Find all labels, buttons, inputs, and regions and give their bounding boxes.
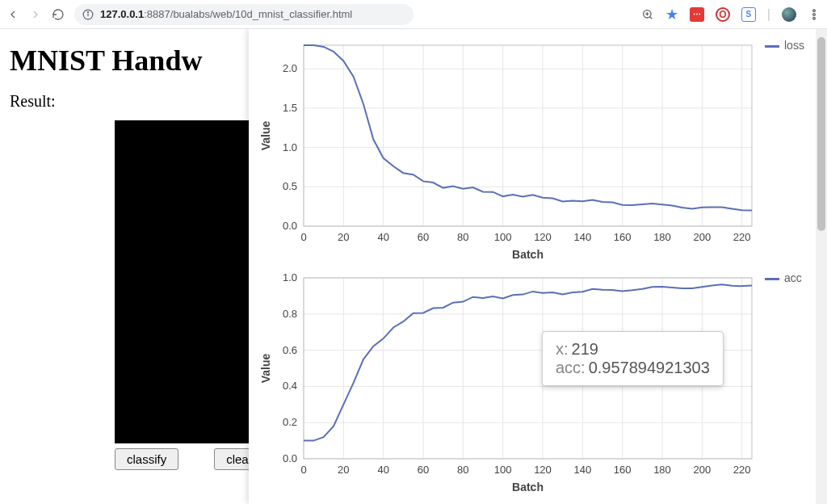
svg-text:0.2: 0.2 bbox=[283, 416, 297, 428]
svg-text:180: 180 bbox=[653, 464, 671, 476]
svg-point-8 bbox=[813, 13, 816, 15]
svg-text:40: 40 bbox=[377, 464, 388, 476]
svg-text:200: 200 bbox=[693, 231, 711, 243]
tooltip-series-value: 0.957894921303 bbox=[589, 359, 710, 376]
loss-chart[interactable]: 0204060801001201401601802002200.00.51.01… bbox=[255, 34, 824, 267]
svg-text:220: 220 bbox=[733, 464, 751, 476]
svg-text:100: 100 bbox=[494, 464, 512, 476]
acc-chart[interactable]: 0204060801001201401601802002200.00.20.40… bbox=[255, 267, 824, 499]
svg-point-9 bbox=[813, 17, 816, 19]
legend-label: acc bbox=[784, 271, 802, 284]
address-bar[interactable]: 127.0.0.1:8887/bualabs/web/10d_mnist_cla… bbox=[74, 4, 414, 25]
svg-text:2.0: 2.0 bbox=[283, 62, 297, 74]
svg-text:1.0: 1.0 bbox=[283, 141, 297, 153]
svg-text:140: 140 bbox=[573, 464, 591, 476]
profile-avatar-icon[interactable] bbox=[782, 7, 796, 22]
forward-icon[interactable] bbox=[29, 8, 42, 21]
svg-text:Batch: Batch bbox=[512, 248, 544, 261]
zoom-icon[interactable] bbox=[641, 8, 654, 21]
tooltip-x-label: x: bbox=[556, 340, 569, 358]
svg-text:160: 160 bbox=[614, 231, 632, 243]
kebab-menu-icon[interactable] bbox=[808, 8, 821, 21]
svg-text:200: 200 bbox=[693, 464, 711, 476]
svg-text:100: 100 bbox=[494, 231, 512, 243]
extension-icon[interactable]: S bbox=[741, 7, 756, 22]
svg-text:180: 180 bbox=[653, 231, 671, 243]
svg-text:20: 20 bbox=[338, 231, 349, 243]
back-icon[interactable] bbox=[6, 8, 19, 21]
svg-text:Value: Value bbox=[259, 354, 272, 384]
svg-text:Value: Value bbox=[259, 121, 272, 151]
url-host: 127.0.0.1 bbox=[100, 8, 144, 20]
svg-text:0.6: 0.6 bbox=[283, 344, 297, 356]
legend-acc: acc bbox=[760, 267, 817, 499]
svg-text:60: 60 bbox=[418, 464, 429, 476]
svg-text:0: 0 bbox=[300, 231, 306, 243]
svg-text:0.5: 0.5 bbox=[283, 180, 297, 192]
legend-label: loss bbox=[784, 39, 804, 52]
svg-text:Batch: Batch bbox=[512, 481, 544, 494]
svg-text:0.8: 0.8 bbox=[283, 308, 297, 320]
browser-toolbar: 127.0.0.1:8887/bualabs/web/10d_mnist_cla… bbox=[0, 0, 827, 29]
classify-button[interactable]: classify bbox=[115, 448, 178, 470]
svg-point-2 bbox=[87, 11, 88, 12]
svg-text:160: 160 bbox=[614, 464, 632, 476]
tooltip-series-label: acc: bbox=[556, 359, 586, 376]
chart-tooltip: x:219 acc:0.957894921303 bbox=[542, 331, 724, 386]
svg-text:80: 80 bbox=[457, 464, 468, 476]
legend-swatch-icon bbox=[765, 45, 779, 48]
svg-rect-44 bbox=[304, 45, 752, 226]
tooltip-x-value: 219 bbox=[572, 340, 598, 358]
svg-text:120: 120 bbox=[534, 464, 552, 476]
svg-text:80: 80 bbox=[457, 231, 468, 243]
bookmark-star-icon[interactable]: ★ bbox=[665, 6, 678, 23]
svg-point-7 bbox=[813, 10, 816, 12]
svg-text:120: 120 bbox=[534, 231, 552, 243]
url-path: /bualabs/web/10d_mnist_classifier.html bbox=[170, 8, 352, 20]
svg-text:40: 40 bbox=[377, 231, 388, 243]
extension-icon[interactable]: ⋯ bbox=[690, 7, 704, 22]
svg-text:1.5: 1.5 bbox=[283, 102, 297, 114]
svg-text:60: 60 bbox=[418, 231, 429, 243]
url-port: :8887 bbox=[144, 8, 170, 20]
extension-icon[interactable]: O bbox=[716, 7, 730, 22]
panel-scrollbar[interactable] bbox=[816, 29, 827, 504]
info-icon[interactable] bbox=[82, 9, 94, 20]
svg-text:0: 0 bbox=[300, 464, 306, 476]
svg-text:1.0: 1.0 bbox=[283, 271, 297, 284]
svg-line-6 bbox=[650, 16, 653, 19]
training-charts-panel: 0204060801001201401601802002200.00.51.01… bbox=[249, 29, 827, 504]
reload-icon[interactable] bbox=[52, 8, 65, 21]
svg-text:20: 20 bbox=[338, 464, 349, 476]
svg-text:0.0: 0.0 bbox=[283, 452, 297, 464]
legend-loss: loss bbox=[760, 34, 817, 267]
svg-text:140: 140 bbox=[573, 231, 591, 243]
svg-text:0.0: 0.0 bbox=[283, 220, 297, 232]
legend-swatch-icon bbox=[765, 278, 779, 280]
svg-text:0.4: 0.4 bbox=[283, 380, 297, 392]
svg-text:220: 220 bbox=[733, 231, 751, 243]
